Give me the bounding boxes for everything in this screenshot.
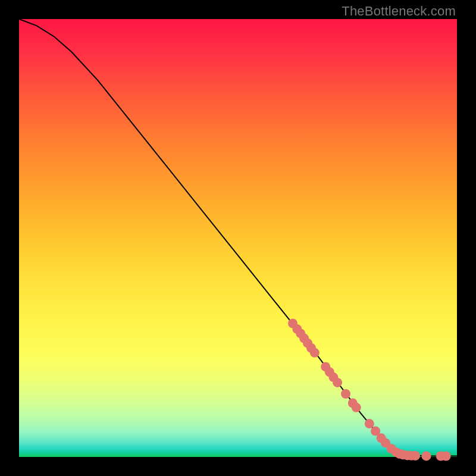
scatter-point <box>341 389 350 399</box>
scatter-point <box>411 451 420 461</box>
scatter-point <box>310 348 320 358</box>
plot-overlay <box>19 19 457 457</box>
watermark-text: TheBottleneck.com <box>342 4 456 19</box>
scatter-point <box>421 451 431 461</box>
scatter-point <box>365 419 374 428</box>
curve-line <box>19 19 457 456</box>
scatter-point <box>441 452 451 461</box>
scatter-point <box>333 378 342 387</box>
scatter-group <box>288 319 451 461</box>
chart-container: TheBottleneck.com <box>0 0 476 476</box>
scatter-point <box>352 403 361 412</box>
